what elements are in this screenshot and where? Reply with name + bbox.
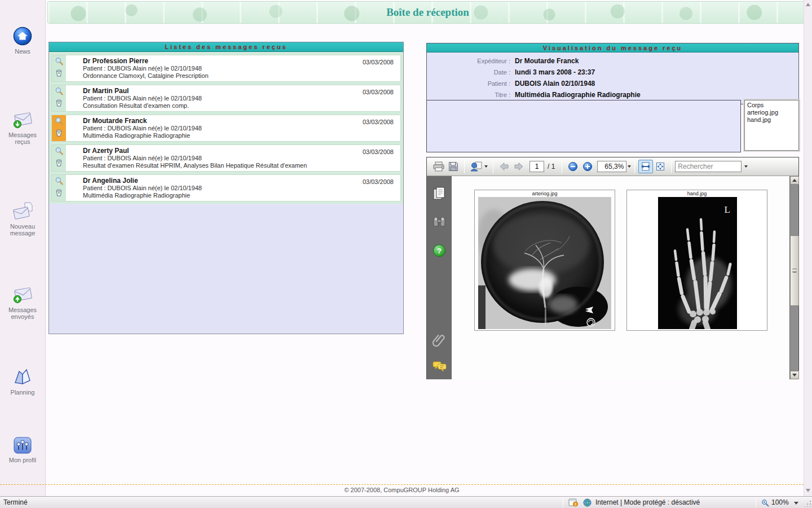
help-icon[interactable]: ? bbox=[433, 244, 446, 260]
page-alert-icon[interactable]: ! bbox=[568, 498, 579, 508]
attachment-item[interactable]: hand.jpg bbox=[747, 116, 796, 124]
message-row-body: Dr Moutarde Franck Patient : DUBOIS Alai… bbox=[66, 115, 400, 141]
pdf-scroll-thumb[interactable] bbox=[790, 235, 799, 306]
search-dropdown-caret[interactable] bbox=[744, 165, 748, 168]
message-patient: Patient : DUBOIS Alain né(e) le 02/10/19… bbox=[83, 95, 400, 102]
message-date: 03/03/2008 bbox=[363, 119, 394, 125]
status-zoom-icon bbox=[761, 499, 769, 508]
resize-grip[interactable] bbox=[805, 500, 811, 507]
trash-icon[interactable] bbox=[55, 158, 63, 169]
pdf-scroll-down-button[interactable] bbox=[790, 371, 799, 379]
message-row[interactable]: Dr Angelina Jolie Patient : DUBOIS Alain… bbox=[51, 174, 401, 202]
application-window: News Messages reçus bbox=[0, 0, 812, 508]
sidebar-item-news[interactable]: News bbox=[0, 26, 45, 55]
zoom-out-icon bbox=[568, 161, 578, 172]
zoom-level-box[interactable]: 65,3% bbox=[597, 161, 626, 172]
message-row[interactable]: Dr Martin Paul Patient : DUBOIS Alain né… bbox=[51, 85, 401, 112]
field-label: Patient : bbox=[427, 80, 510, 87]
field-value: DUBOIS Alain 02/10/1948 bbox=[515, 80, 595, 87]
magnifier-icon[interactable] bbox=[55, 87, 64, 98]
fit-page-button[interactable] bbox=[653, 160, 668, 173]
message-patient: Patient : DUBOIS Alain né(e) le 02/10/19… bbox=[83, 65, 400, 72]
next-page-button[interactable] bbox=[511, 160, 526, 173]
sidebar-item-mon-profil[interactable]: Mon profil bbox=[0, 436, 45, 463]
attachment-item[interactable]: Corps bbox=[747, 102, 796, 109]
comments-icon[interactable] bbox=[433, 360, 447, 375]
search-input[interactable] bbox=[675, 161, 742, 172]
binoculars-icon[interactable] bbox=[433, 216, 446, 230]
envelope-down-icon bbox=[0, 111, 45, 130]
status-separator bbox=[563, 498, 563, 507]
footer-divider bbox=[0, 484, 804, 485]
message-row-actions bbox=[52, 145, 66, 171]
message-subject: Ordonnance Clamoxyl, Catalgine Prescript… bbox=[83, 72, 400, 80]
message-row-selected[interactable]: Dr Moutarde Franck Patient : DUBOIS Alai… bbox=[51, 115, 401, 142]
visualisation-fields: Expéditeur : Dr Moutarde Franck Date : l… bbox=[427, 52, 798, 104]
trash-icon[interactable] bbox=[55, 128, 63, 139]
fit-page-icon bbox=[655, 161, 665, 172]
magnifier-icon[interactable] bbox=[55, 177, 64, 188]
message-subject: Multimédia Radiographie Radiographie bbox=[83, 132, 400, 139]
laterality-marker: L bbox=[725, 204, 730, 215]
field-label: Expéditeur : bbox=[427, 58, 510, 64]
zoom-out-button[interactable] bbox=[566, 160, 580, 173]
zoom-dropdown-caret[interactable] bbox=[628, 165, 631, 168]
sidebar-item-label: Messages reçus bbox=[0, 132, 45, 145]
page-title: Boîte de réception bbox=[48, 6, 807, 19]
xray-skull-image bbox=[478, 197, 611, 329]
browser-zoom-value[interactable]: 100% bbox=[771, 498, 789, 506]
sign-button[interactable] bbox=[468, 160, 489, 173]
sidebar-item-planning[interactable]: Planning bbox=[0, 367, 45, 396]
message-patient: Patient : DUBOIS Alain né(e) le 02/10/19… bbox=[83, 155, 400, 162]
message-row[interactable]: Dr Profession Pierre Patient : DUBOIS Al… bbox=[51, 55, 401, 82]
zoom-in-button[interactable] bbox=[580, 160, 595, 173]
sidebar-item-messages-recus[interactable]: Messages reçus bbox=[0, 111, 45, 145]
message-row[interactable]: Dr Azerty Paul Patient : DUBOIS Alain né… bbox=[51, 144, 401, 172]
sign-dropdown-caret[interactable] bbox=[484, 165, 488, 168]
sidebar-item-label: Planning bbox=[0, 389, 45, 396]
toolbar-separator bbox=[634, 160, 635, 173]
home-icon bbox=[0, 26, 45, 46]
pdf-scrollbar[interactable] bbox=[789, 176, 798, 379]
sidebar-item-messages-envoyes[interactable]: Messages envoyés bbox=[0, 286, 45, 320]
magnifier-icon[interactable] bbox=[55, 117, 64, 128]
message-row-body: Dr Profession Pierre Patient : DUBOIS Al… bbox=[66, 55, 400, 81]
field-value: Multimédia Radiographie Radiographie bbox=[515, 91, 641, 99]
magnifier-icon[interactable] bbox=[55, 57, 64, 68]
pdf-scroll-up-button[interactable] bbox=[790, 176, 799, 185]
page-number-input[interactable] bbox=[529, 161, 544, 172]
browser-scroll-up-button[interactable] bbox=[806, 3, 810, 6]
open-book-icon bbox=[0, 367, 45, 387]
previous-page-button[interactable] bbox=[497, 160, 511, 173]
attachment-item[interactable]: arteriog.jpg bbox=[747, 109, 796, 116]
trash-icon[interactable] bbox=[55, 68, 63, 80]
pdf-viewer: / 1 65,3% bbox=[426, 157, 799, 379]
browser-scroll-down-button[interactable] bbox=[806, 489, 810, 492]
toolbar-separator bbox=[562, 160, 562, 173]
field-row: Patient : DUBOIS Alain 02/10/1948 bbox=[427, 78, 798, 89]
toolbar-separator bbox=[464, 160, 465, 173]
fit-width-button[interactable] bbox=[638, 160, 653, 173]
message-date: 03/03/2008 bbox=[363, 178, 394, 185]
sidebar-item-label: News bbox=[0, 48, 45, 55]
browser-zoom-caret[interactable] bbox=[794, 502, 798, 505]
field-value: lundi 3 mars 2008 - 23:37 bbox=[515, 68, 595, 76]
sidebar-item-label: Mon profil bbox=[0, 457, 45, 463]
magnifier-icon[interactable] bbox=[55, 147, 64, 158]
sidebar-item-nouveau-message[interactable]: Nouveau message bbox=[0, 201, 45, 237]
field-row: Titre : Multimédia Radiographie Radiogra… bbox=[427, 89, 798, 100]
trash-icon[interactable] bbox=[55, 98, 63, 110]
browser-scrollbar[interactable] bbox=[804, 0, 812, 496]
field-row: Expéditeur : Dr Moutarde Franck bbox=[427, 55, 798, 67]
messages-list-empty-area bbox=[49, 204, 403, 334]
message-row-actions bbox=[52, 115, 66, 141]
paperclip-icon[interactable] bbox=[433, 332, 446, 350]
sign-icon bbox=[470, 161, 483, 172]
pages-icon[interactable] bbox=[433, 186, 446, 203]
trash-icon[interactable] bbox=[55, 188, 63, 199]
save-button[interactable] bbox=[446, 160, 461, 173]
sidebar-item-label: Nouveau message bbox=[0, 223, 45, 237]
print-button[interactable] bbox=[431, 160, 446, 173]
field-label: Titre : bbox=[427, 91, 510, 98]
page-banner: Boîte de réception bbox=[47, 1, 808, 24]
